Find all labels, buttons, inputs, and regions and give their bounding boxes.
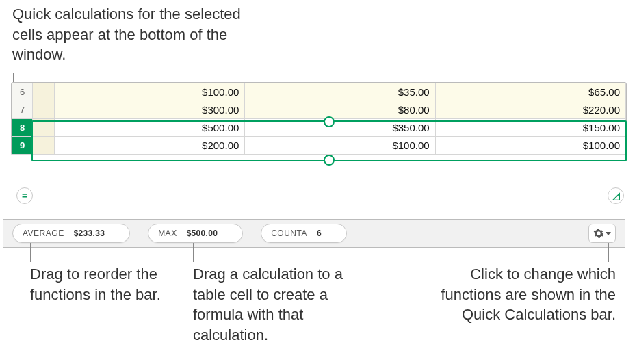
lead-br xyxy=(608,243,609,262)
cell[interactable]: $65.00 xyxy=(435,83,625,101)
table-row[interactable]: 7$300.00$80.00$220.00 xyxy=(12,101,626,119)
calc-fn-value: $500.00 xyxy=(187,229,218,238)
callout-bottom-right: Click to change which functions are show… xyxy=(438,264,616,325)
row-number[interactable]: 8 xyxy=(12,119,33,137)
row-stub[interactable] xyxy=(33,101,55,119)
quick-calculations-bar: AVERAGE $233.33 MAX $500.00 COUNTA 6 xyxy=(3,219,625,248)
calc-fn-value: 6 xyxy=(317,229,322,238)
cell[interactable]: $500.00 xyxy=(55,119,245,137)
corner-icon: ◿ xyxy=(612,190,620,201)
calc-pill-counta[interactable]: COUNTA 6 xyxy=(261,224,347,243)
row-number[interactable]: 7 xyxy=(12,101,33,119)
add-row-button[interactable]: = xyxy=(16,187,33,204)
row-stub[interactable] xyxy=(33,119,55,137)
row-stub[interactable] xyxy=(33,137,55,155)
calc-fn-label: COUNTA xyxy=(271,229,307,238)
cell[interactable]: $35.00 xyxy=(245,83,435,101)
table[interactable]: 6$100.00$35.00$65.007$300.00$80.00$220.0… xyxy=(12,83,626,155)
lead-bl xyxy=(30,243,31,262)
equals-icon: = xyxy=(22,190,27,201)
cell[interactable]: $350.00 xyxy=(245,119,435,137)
table-row[interactable]: 6$100.00$35.00$65.00 xyxy=(12,83,626,101)
table-row[interactable]: 9$200.00$100.00$100.00 xyxy=(12,137,626,155)
cell[interactable]: $220.00 xyxy=(435,101,625,119)
calc-pill-max[interactable]: MAX $500.00 xyxy=(148,224,243,243)
row-number[interactable]: 6 xyxy=(12,83,33,101)
calc-fn-label: AVERAGE xyxy=(23,229,64,238)
calc-pill-average[interactable]: AVERAGE $233.33 xyxy=(12,224,130,243)
calc-settings-button[interactable] xyxy=(588,224,616,243)
spreadsheet[interactable]: 6$100.00$35.00$65.007$300.00$80.00$220.0… xyxy=(11,82,627,155)
chevron-down-icon xyxy=(606,232,611,235)
cell[interactable]: $200.00 xyxy=(55,137,245,155)
callout-bottom-left: Drag to reorder the functions in the bar… xyxy=(30,264,167,304)
row-number[interactable]: 9 xyxy=(12,137,33,155)
lead-bm xyxy=(193,243,194,262)
cell[interactable]: $300.00 xyxy=(55,101,245,119)
selection-handle-bottom[interactable] xyxy=(324,155,335,166)
table-row[interactable]: 8$500.00$350.00$150.00 xyxy=(12,119,626,137)
corner-handle[interactable]: ◿ xyxy=(608,187,624,204)
callout-top: Quick calculations for the selected cell… xyxy=(12,4,259,65)
cell[interactable]: $80.00 xyxy=(245,101,435,119)
cell[interactable]: $150.00 xyxy=(435,119,625,137)
gear-icon xyxy=(593,228,604,239)
row-stub[interactable] xyxy=(33,83,55,101)
cell[interactable]: $100.00 xyxy=(435,137,625,155)
calc-fn-label: MAX xyxy=(158,229,177,238)
calc-fn-value: $233.33 xyxy=(74,229,105,238)
cell[interactable]: $100.00 xyxy=(245,137,435,155)
cell[interactable]: $100.00 xyxy=(55,83,245,101)
callout-bottom-mid: Drag a calculation to a table cell to cr… xyxy=(193,264,364,346)
